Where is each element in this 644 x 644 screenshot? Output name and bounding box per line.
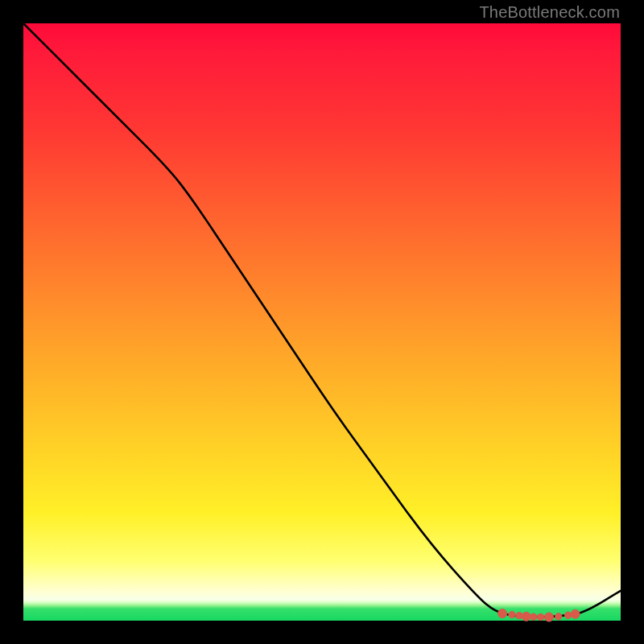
optimal-marker (565, 612, 572, 618)
optimal-marker (498, 609, 507, 618)
optimal-marker (522, 612, 530, 621)
optimal-markers (498, 609, 580, 621)
optimal-marker (509, 611, 515, 617)
optimal-marker (537, 613, 543, 620)
bottleneck-curve (23, 23, 621, 617)
optimal-marker (516, 613, 522, 619)
chart-frame: TheBottleneck.com (0, 0, 644, 644)
optimal-marker (571, 609, 580, 618)
optimal-marker (555, 613, 562, 620)
optimal-marker (545, 613, 554, 621)
watermark-text: TheBottleneck.com (479, 3, 620, 22)
chart-svg (23, 23, 621, 621)
optimal-marker (530, 613, 537, 620)
